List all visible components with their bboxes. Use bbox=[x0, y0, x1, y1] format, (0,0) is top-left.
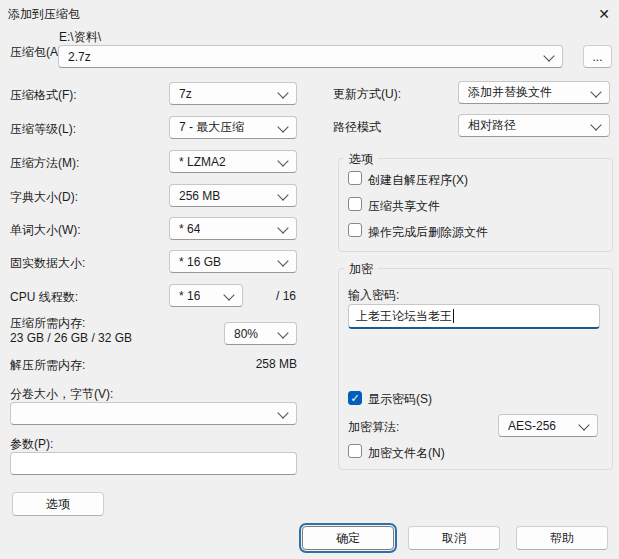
show-password-checkbox[interactable]: ✓ bbox=[348, 391, 362, 405]
options-button[interactable]: 选项 bbox=[12, 492, 104, 516]
chevron-down-icon bbox=[277, 407, 288, 418]
encryption-group-title: 加密 bbox=[344, 261, 378, 278]
cpu-threads-max: / 16 bbox=[276, 289, 296, 303]
word-size-value: * 64 bbox=[179, 222, 200, 236]
create-sfx-label: 创建自解压程序(X) bbox=[368, 172, 468, 189]
chevron-down-icon bbox=[277, 327, 288, 338]
word-size-select[interactable]: * 64 bbox=[169, 217, 297, 240]
check-icon: ✓ bbox=[350, 393, 359, 404]
browse-button[interactable]: ... bbox=[583, 45, 612, 68]
chevron-down-icon bbox=[277, 155, 288, 166]
path-mode-select[interactable]: 相对路径 bbox=[458, 114, 610, 137]
compression-method-select[interactable]: * LZMA2 bbox=[169, 150, 297, 173]
delete-after-compression-checkbox[interactable] bbox=[348, 223, 362, 237]
chevron-down-icon bbox=[277, 189, 288, 200]
create-sfx-checkbox[interactable] bbox=[348, 171, 362, 185]
ok-button[interactable]: 确定 bbox=[302, 526, 394, 550]
compression-level-select[interactable]: 7 - 最大压缩 bbox=[169, 116, 297, 139]
browse-ellipsis-label: ... bbox=[592, 50, 602, 64]
chevron-down-icon bbox=[578, 419, 589, 430]
memory-decompress-value: 258 MB bbox=[220, 357, 297, 371]
solid-block-size-label: 固实数据大小: bbox=[10, 255, 85, 272]
window-title: 添加到压缩包 bbox=[8, 6, 80, 23]
compression-method-value: * LZMA2 bbox=[179, 155, 226, 169]
compression-format-select[interactable]: 7z bbox=[169, 82, 297, 105]
chevron-down-icon bbox=[223, 289, 234, 300]
delete-after-compression-label: 操作完成后删除源文件 bbox=[368, 224, 488, 241]
encryption-method-select[interactable]: AES-256 bbox=[498, 414, 598, 437]
parameters-label: 参数(P): bbox=[10, 436, 53, 453]
archive-path: E:\资料\ bbox=[59, 29, 101, 46]
volume-size-label: 分卷大小，字节(V): bbox=[10, 386, 113, 403]
path-mode-label: 路径模式 bbox=[333, 119, 381, 136]
archive-name-combobox[interactable]: 2.7z bbox=[58, 45, 563, 68]
volume-size-combobox[interactable] bbox=[10, 402, 297, 425]
chevron-down-icon bbox=[590, 119, 601, 130]
dictionary-size-value: 256 MB bbox=[179, 189, 220, 203]
update-mode-value: 添加并替换文件 bbox=[468, 84, 552, 101]
path-mode-value: 相对路径 bbox=[468, 117, 516, 134]
options-button-label: 选项 bbox=[46, 496, 70, 513]
compression-level-label: 压缩等级(L): bbox=[10, 121, 76, 138]
compress-shared-files-checkbox[interactable] bbox=[348, 197, 362, 211]
cancel-button[interactable]: 取消 bbox=[408, 526, 500, 550]
memory-decompress-label: 解压所需内存: bbox=[10, 357, 85, 374]
memory-usage-select[interactable]: 80% bbox=[224, 322, 297, 345]
password-value: 上老王论坛当老王 bbox=[356, 308, 452, 325]
memory-compress-label: 压缩所需内存: bbox=[10, 315, 85, 332]
encrypt-filenames-checkbox[interactable] bbox=[348, 444, 362, 458]
compression-format-label: 压缩格式(F): bbox=[10, 87, 77, 104]
compression-level-value: 7 - 最大压缩 bbox=[179, 119, 244, 136]
chevron-down-icon bbox=[277, 121, 288, 132]
chevron-down-icon bbox=[277, 255, 288, 266]
dictionary-size-select[interactable]: 256 MB bbox=[169, 184, 297, 207]
update-mode-select[interactable]: 添加并替换文件 bbox=[458, 81, 610, 104]
compression-format-value: 7z bbox=[179, 87, 192, 101]
archive-label: 压缩包(A) bbox=[10, 44, 62, 61]
dictionary-size-label: 字典大小(D): bbox=[10, 189, 78, 206]
ok-button-label: 确定 bbox=[336, 530, 360, 547]
close-button[interactable]: ✕ bbox=[591, 1, 617, 27]
chevron-down-icon bbox=[277, 222, 288, 233]
text-cursor bbox=[453, 309, 454, 323]
update-mode-label: 更新方式(U): bbox=[333, 86, 401, 103]
encryption-method-value: AES-256 bbox=[508, 419, 556, 433]
chevron-down-icon bbox=[277, 87, 288, 98]
compress-shared-files-label: 压缩共享文件 bbox=[368, 198, 440, 215]
parameters-input[interactable] bbox=[10, 452, 297, 475]
compression-method-label: 压缩方法(M): bbox=[10, 155, 79, 172]
solid-block-size-select[interactable]: * 16 GB bbox=[169, 250, 297, 273]
chevron-down-icon bbox=[543, 50, 554, 61]
memory-compress-detail: 23 GB / 26 GB / 32 GB bbox=[10, 331, 132, 345]
show-password-label: 显示密码(S) bbox=[368, 391, 432, 408]
password-input[interactable]: 上老王论坛当老王 bbox=[348, 304, 600, 329]
help-button[interactable]: 帮助 bbox=[516, 526, 608, 550]
enter-password-label: 输入密码: bbox=[348, 287, 399, 304]
cpu-threads-select[interactable]: * 16 bbox=[169, 284, 243, 307]
close-icon: ✕ bbox=[598, 6, 610, 22]
encrypt-filenames-label: 加密文件名(N) bbox=[368, 445, 445, 462]
cpu-threads-label: CPU 线程数: bbox=[10, 289, 78, 306]
word-size-label: 单词大小(W): bbox=[10, 222, 81, 239]
memory-usage-value: 80% bbox=[234, 327, 258, 341]
cancel-button-label: 取消 bbox=[442, 530, 466, 547]
add-to-archive-dialog: { "window": { "title": "添加到压缩包" }, "icon… bbox=[0, 0, 619, 559]
help-button-label: 帮助 bbox=[550, 530, 574, 547]
encryption-method-label: 加密算法: bbox=[348, 419, 399, 436]
solid-block-size-value: * 16 GB bbox=[179, 255, 221, 269]
cpu-threads-value: * 16 bbox=[179, 289, 200, 303]
chevron-down-icon bbox=[590, 86, 601, 97]
archive-name-value: 2.7z bbox=[68, 50, 91, 64]
options-group-title: 选项 bbox=[344, 151, 378, 168]
